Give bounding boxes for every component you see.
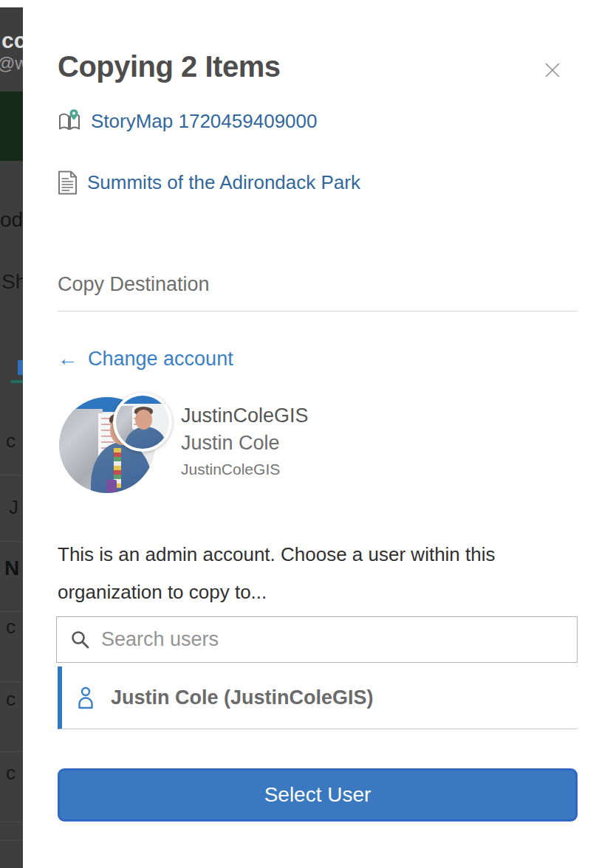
avatar-photo-detail [116, 396, 169, 404]
background-row-divider [0, 681, 23, 682]
item-link-document[interactable]: Summits of the Adirondack Park [58, 169, 360, 196]
item-link-label: StoryMap 1720459409000 [91, 110, 317, 133]
background-text-fragment: Sh [1, 270, 23, 294]
close-icon [541, 59, 564, 81]
item-link-label: Summits of the Adirondack Park [87, 171, 360, 194]
background-row-divider [0, 475, 23, 475]
copy-items-dialog: Copying 2 Items StoryMap 1720459409000 [23, 7, 613, 868]
background-row-divider [0, 751, 23, 752]
background-accent-fragment [11, 380, 23, 383]
storymap-icon [58, 108, 81, 134]
user-search-box [56, 616, 578, 663]
document-icon [58, 170, 78, 195]
background-row-divider [0, 822, 23, 822]
background-thumbnail-fragment [0, 92, 23, 161]
background-text-fragment: odi [0, 208, 23, 232]
background-text-fragment: c [6, 430, 16, 452]
background-row-divider [0, 541, 23, 542]
background-text-fragment: cc [1, 28, 23, 53]
dimmed-background-page: cc @wi odi Sh c J N c c c [0, 7, 23, 868]
dialog-title: Copying 2 Items [58, 50, 280, 83]
change-account-label: Change account [88, 348, 233, 371]
background-text-fragment: N [4, 557, 19, 580]
account-org-id: JustinColeGIS [181, 459, 309, 480]
left-arrow-icon: ← [58, 348, 78, 371]
user-result-label: Justin Cole (JustinColeGIS) [111, 686, 374, 709]
avatar-photo-detail [106, 480, 117, 492]
admin-note-text: This is an admin account. Choose a user … [58, 536, 545, 611]
background-text-fragment: J [9, 496, 18, 519]
search-icon [70, 630, 91, 650]
background-text-fragment: @wi [0, 53, 23, 74]
background-button-fragment [18, 360, 23, 375]
background-row-divider [0, 840, 23, 841]
account-info: JustinColeGIS Justin Cole JustinColeGIS [181, 403, 309, 480]
select-user-button[interactable]: Select User [58, 768, 578, 822]
change-account-link[interactable]: ← Change account [58, 348, 233, 371]
account-avatar-small [113, 393, 172, 452]
background-text-fragment: c [6, 688, 16, 711]
background-text-fragment: c [6, 616, 16, 638]
person-icon [75, 686, 96, 709]
account-fullname: Justin Cole [181, 430, 309, 456]
section-divider [58, 311, 578, 311]
search-users-input[interactable] [101, 628, 564, 651]
background-text-fragment: c [6, 762, 16, 785]
avatar-photo-detail [135, 410, 152, 430]
account-username: JustinColeGIS [181, 403, 309, 429]
close-button[interactable] [541, 58, 564, 82]
background-row-divider [0, 611, 23, 612]
item-link-storymap[interactable]: StoryMap 1720459409000 [58, 108, 317, 134]
copy-destination-label: Copy Destination [58, 273, 210, 296]
user-result-row[interactable]: Justin Cole (JustinColeGIS) [58, 666, 578, 729]
